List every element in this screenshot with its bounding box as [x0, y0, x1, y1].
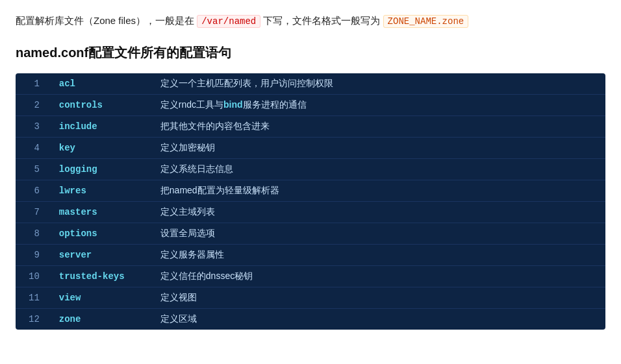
- config-keyword: key: [50, 138, 154, 159]
- config-keyword: view: [50, 287, 154, 309]
- config-description: 把其他文件的内容包含进来: [154, 116, 605, 138]
- config-table: 1acl定义一个主机匹配列表，用户访问控制权限2controls定义rndc工具…: [16, 73, 605, 330]
- config-description: 定义服务器属性: [154, 245, 605, 266]
- config-keyword: include: [50, 116, 154, 138]
- table-row: 1acl定义一个主机匹配列表，用户访问控制权限: [16, 73, 605, 95]
- table-row: 8options设置全局选项: [16, 223, 605, 245]
- line-number: 6: [16, 180, 50, 202]
- line-number: 9: [16, 245, 50, 266]
- code-table-wrapper: 1acl定义一个主机匹配列表，用户访问控制权限2controls定义rndc工具…: [16, 73, 605, 330]
- line-number: 3: [16, 116, 50, 138]
- line-number: 8: [16, 223, 50, 245]
- line-number: 5: [16, 159, 50, 180]
- config-keyword: server: [50, 245, 154, 266]
- config-keyword: logging: [50, 159, 154, 180]
- config-description: 定义信任的dnssec秘钥: [154, 266, 605, 287]
- config-keyword: masters: [50, 202, 154, 223]
- format-code: ZONE_NAME.zone: [383, 15, 469, 28]
- config-keyword: options: [50, 223, 154, 245]
- config-keyword: acl: [50, 73, 154, 95]
- config-description: 设置全局选项: [154, 223, 605, 245]
- config-description: 定义加密秘钥: [154, 138, 605, 159]
- line-number: 12: [16, 309, 50, 330]
- section-title: named.conf配置文件所有的配置语句: [16, 44, 605, 62]
- table-row: 9server定义服务器属性: [16, 245, 605, 266]
- table-row: 10trusted-keys定义信任的dnssec秘钥: [16, 266, 605, 287]
- line-number: 7: [16, 202, 50, 223]
- config-keyword: lwres: [50, 180, 154, 202]
- config-description: 定义系统日志信息: [154, 159, 605, 180]
- table-row: 4key定义加密秘钥: [16, 138, 605, 159]
- config-keyword: zone: [50, 309, 154, 330]
- table-row: 5logging定义系统日志信息: [16, 159, 605, 180]
- table-row: 12zone定义区域: [16, 309, 605, 330]
- line-number: 10: [16, 266, 50, 287]
- table-row: 2controls定义rndc工具与bind服务进程的通信: [16, 95, 605, 116]
- line-number: 2: [16, 95, 50, 116]
- intro-text-before: 配置解析库文件（Zone files），一般是在: [16, 15, 194, 26]
- config-keyword: controls: [50, 95, 154, 116]
- path-code: /var/named: [197, 15, 260, 28]
- table-row: 6lwres把named配置为轻量级解析器: [16, 180, 605, 202]
- config-keyword: trusted-keys: [50, 266, 154, 287]
- line-number: 4: [16, 138, 50, 159]
- table-row: 7masters定义主域列表: [16, 202, 605, 223]
- config-description: 定义视图: [154, 287, 605, 309]
- line-number: 1: [16, 73, 50, 95]
- config-description: 定义rndc工具与bind服务进程的通信: [154, 95, 605, 116]
- config-description: 定义区域: [154, 309, 605, 330]
- config-description: 定义主域列表: [154, 202, 605, 223]
- intro-text-middle: 下写，文件名格式一般写为: [263, 15, 380, 26]
- line-number: 11: [16, 287, 50, 309]
- config-description: 定义一个主机匹配列表，用户访问控制权限: [154, 73, 605, 95]
- table-row: 11view定义视图: [16, 287, 605, 309]
- table-row: 3include把其他文件的内容包含进来: [16, 116, 605, 138]
- intro-paragraph: 配置解析库文件（Zone files），一般是在 /var/named 下写，文…: [16, 13, 605, 29]
- config-description: 把named配置为轻量级解析器: [154, 180, 605, 202]
